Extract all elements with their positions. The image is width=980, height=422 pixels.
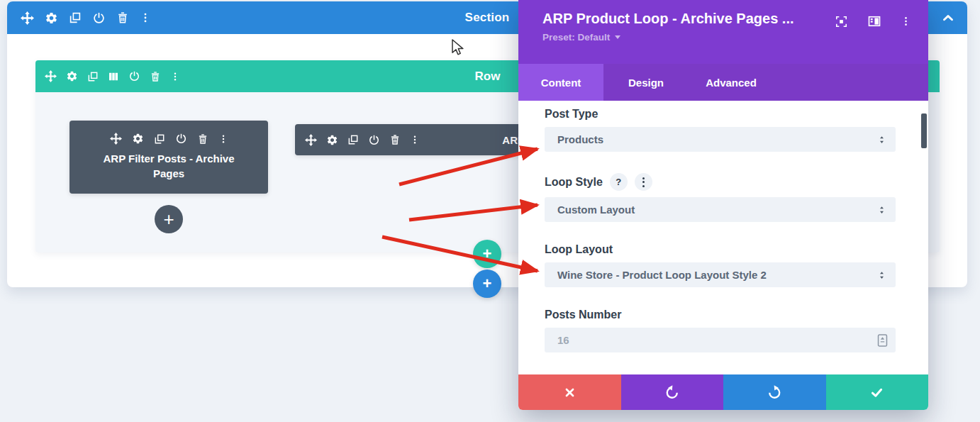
updown-arrows-icon [877, 134, 886, 145]
undo-button[interactable] [621, 374, 724, 410]
move-icon[interactable] [21, 11, 34, 25]
preset-label: Preset: Default [542, 32, 610, 43]
field-posts-number: Posts Number 16 [545, 309, 896, 352]
posts-number-input[interactable]: 16 [545, 328, 896, 352]
updown-arrows-icon [877, 270, 886, 280]
field-post-type: Post Type Products [545, 108, 896, 152]
expand-modal-icon[interactable] [835, 15, 848, 28]
plus-icon: + [483, 274, 492, 293]
gear-icon[interactable] [45, 11, 58, 25]
save-button[interactable] [826, 374, 929, 410]
help-button[interactable]: ? [610, 173, 628, 191]
redo-button[interactable] [723, 374, 826, 410]
loop-layout-label: Loop Layout [545, 243, 613, 256]
plus-icon: + [483, 245, 492, 263]
add-module-button[interactable]: + [155, 205, 183, 233]
number-stepper-icon[interactable] [876, 333, 889, 348]
tab-advanced[interactable]: Advanced [689, 64, 774, 101]
menu-dots-icon[interactable] [901, 15, 911, 28]
menu-dots-icon[interactable] [170, 71, 180, 82]
module-title: ARP Filter Posts - Archive Pages [69, 151, 268, 181]
collapse-builder-button[interactable] [928, 1, 967, 34]
trash-icon[interactable] [150, 71, 161, 82]
loop-layout-value: Wine Store - Product Loop Layout Style 2 [557, 269, 767, 281]
duplicate-icon[interactable] [154, 133, 165, 145]
preset-dropdown[interactable]: Preset: Default [542, 32, 620, 43]
post-type-value: Products [557, 133, 603, 145]
module-arp-filter-posts[interactable]: ARP Filter Posts - Archive Pages [69, 121, 268, 194]
loop-style-value: Custom Layout [557, 204, 635, 216]
post-type-select[interactable]: Products [545, 127, 896, 152]
chevron-up-icon [940, 10, 956, 26]
post-type-label: Post Type [545, 108, 598, 121]
split-view-icon[interactable] [867, 14, 881, 28]
save-to-library-icon[interactable] [175, 133, 187, 145]
add-row-button[interactable]: + [473, 240, 501, 268]
trash-icon[interactable] [116, 11, 129, 24]
gear-icon[interactable] [326, 134, 338, 146]
columns-icon[interactable] [108, 71, 119, 82]
module-arp-product-loop-toolbar[interactable]: ARP [295, 124, 530, 155]
modal-body: Post Type Products Loop Style ? Custom L… [518, 101, 928, 374]
move-icon[interactable] [45, 70, 57, 82]
options-button[interactable] [635, 173, 652, 191]
duplicate-icon[interactable] [87, 71, 99, 82]
menu-dots-icon [642, 177, 645, 187]
trash-icon[interactable] [389, 134, 401, 145]
field-loop-style: Loop Style ? Custom Layout [545, 173, 896, 222]
chevron-down-icon [615, 35, 620, 39]
modal-header: ARP Product Loop - Archive Pages ... Pre… [518, 0, 928, 64]
move-icon[interactable] [110, 133, 122, 145]
loop-layout-select[interactable]: Wine Store - Product Loop Layout Style 2 [545, 262, 896, 287]
menu-dots-icon[interactable] [218, 133, 228, 145]
module-settings-modal: ARP Product Loop - Archive Pages ... Pre… [518, 0, 928, 410]
modal-tab-bar: Content Design Advanced [518, 64, 928, 101]
field-loop-layout: Loop Layout Wine Store - Product Loop La… [545, 243, 896, 287]
modal-scrollbar-thumb[interactable] [921, 113, 927, 148]
menu-dots-icon[interactable] [140, 11, 151, 24]
tab-design[interactable]: Design [603, 64, 689, 101]
loop-style-label: Loop Style [545, 176, 603, 189]
discard-button[interactable] [518, 374, 621, 410]
gear-icon[interactable] [132, 133, 144, 145]
menu-dots-icon[interactable] [410, 134, 420, 145]
duplicate-icon[interactable] [347, 134, 359, 145]
save-to-library-icon[interactable] [128, 70, 140, 82]
duplicate-icon[interactable] [69, 11, 82, 24]
posts-number-value: 16 [557, 334, 569, 346]
posts-number-label: Posts Number [545, 309, 621, 321]
trash-icon[interactable] [197, 133, 208, 145]
save-to-library-icon[interactable] [368, 134, 380, 146]
save-to-library-icon[interactable] [92, 11, 106, 25]
modal-footer [518, 374, 928, 410]
loop-style-select[interactable]: Custom Layout [545, 197, 896, 222]
updown-arrows-icon [877, 204, 886, 215]
gear-icon[interactable] [66, 70, 78, 82]
plus-icon: + [163, 209, 174, 231]
add-section-button[interactable]: + [473, 270, 501, 298]
move-icon[interactable] [305, 134, 317, 146]
tab-content[interactable]: Content [518, 64, 603, 101]
